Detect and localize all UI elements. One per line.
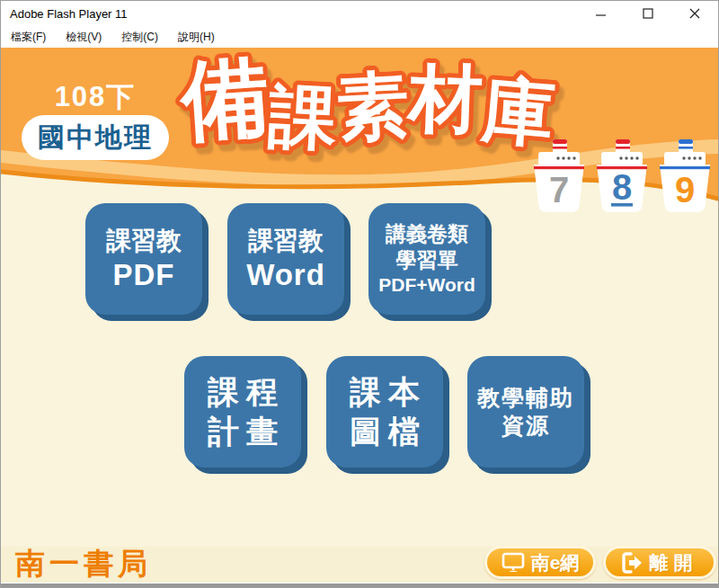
- grade-7-number: 7: [549, 170, 569, 209]
- window-bottom-edge: [1, 584, 718, 587]
- grade-8-number: 8: [612, 167, 632, 207]
- button-label-line: Word: [246, 256, 325, 293]
- grade-9-number: 9: [675, 170, 695, 209]
- button-label-line: 資源: [502, 412, 550, 440]
- boat-funnel: [616, 139, 630, 154]
- title-char-3: 素: [334, 66, 410, 148]
- title-char-2: 課: [266, 78, 338, 156]
- subject-badge: 國中地理: [22, 115, 169, 160]
- button-handout-sheets[interactable]: 講義卷類 學習單 PDF+Word: [368, 203, 485, 315]
- menu-file[interactable]: 檔案(F): [1, 26, 56, 48]
- minimize-icon: [596, 8, 607, 19]
- button-kexijiao-pdf[interactable]: 課習教 PDF: [85, 203, 202, 315]
- button-label-line: 課習教: [106, 225, 182, 256]
- close-icon: [689, 8, 700, 19]
- menu-view[interactable]: 檢視(V): [56, 26, 111, 48]
- title-char-1: 備: [178, 49, 271, 150]
- button-label-line: 課習教: [248, 225, 324, 256]
- grade-9-boat[interactable]: 9: [659, 93, 711, 214]
- button-label-line: PDF+Word: [378, 273, 475, 297]
- menu-control[interactable]: 控制(C): [111, 26, 168, 48]
- button-label-line: 講義卷類: [386, 221, 468, 247]
- nan-e-site-button[interactable]: 南e網: [484, 546, 596, 579]
- subject-label: 國中地理: [38, 120, 153, 156]
- flash-player-window: Adobe Flash Player 11 檔案(F) 檢視(V) 控制(C) …: [0, 0, 719, 588]
- site-button-label: 南e網: [531, 550, 580, 575]
- app-title: 備 課 素 材 庫: [188, 49, 547, 184]
- publisher-logo: 南一書局: [15, 544, 152, 583]
- window-controls: [578, 1, 718, 26]
- close-button[interactable]: [671, 1, 718, 26]
- button-label-line: PDF: [113, 256, 175, 293]
- button-label-line: 學習單: [396, 247, 458, 273]
- minimize-button[interactable]: [578, 1, 625, 26]
- boat-funnel: [553, 139, 567, 154]
- maximize-icon: [643, 8, 653, 19]
- exit-icon: [622, 552, 644, 574]
- button-label-line: 教學輔助: [477, 384, 574, 412]
- window-title: Adobe Flash Player 11: [10, 7, 128, 21]
- exit-button-label: 離開: [650, 550, 698, 575]
- grade-7-boat[interactable]: 7: [533, 93, 585, 214]
- button-label-line: 圖檔: [342, 412, 427, 451]
- exit-button[interactable]: 離開: [603, 546, 716, 579]
- boat-funnel: [679, 139, 693, 154]
- menu-bar: 檔案(F) 檢視(V) 控制(C) 說明(H): [1, 26, 718, 48]
- maximize-button[interactable]: [625, 1, 671, 26]
- button-teaching-aids[interactable]: 教學輔助 資源: [467, 356, 584, 468]
- button-kexijiao-word[interactable]: 課習教 Word: [227, 203, 344, 315]
- grade-boats: 7 8: [533, 93, 713, 214]
- button-label-line: 計畫: [200, 412, 285, 451]
- flash-stage: 108下 國中地理 備 課 素 材 庫: [1, 48, 718, 583]
- title-char-4: 材: [407, 58, 484, 141]
- monitor-icon: [502, 552, 525, 574]
- button-label-line: 課本: [342, 372, 427, 412]
- menu-help[interactable]: 說明(H): [168, 26, 225, 48]
- grade-8-boat[interactable]: 8: [596, 93, 648, 214]
- button-curriculum-plan[interactable]: 課程 計畫: [184, 356, 301, 468]
- button-textbook-images[interactable]: 課本 圖檔: [326, 356, 443, 468]
- grade-8-active-underline: [611, 203, 633, 207]
- semester-label: 108下: [28, 78, 163, 116]
- title-bar: Adobe Flash Player 11: [1, 1, 718, 26]
- button-label-line: 課程: [200, 372, 285, 412]
